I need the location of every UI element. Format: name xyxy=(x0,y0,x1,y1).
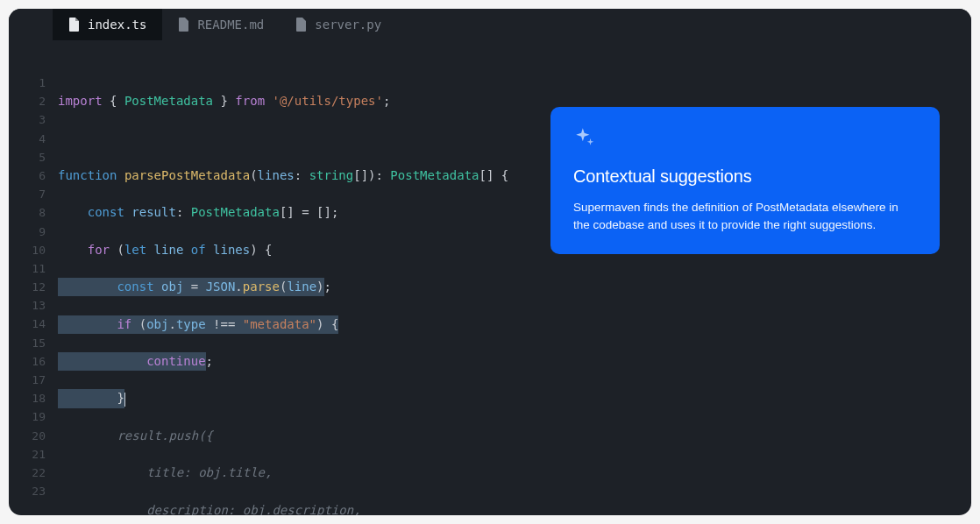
line-number-gutter: 1 2 3 4 5 6 7 8 9 10 11 12 13 14 15 16 1… xyxy=(9,74,58,515)
line-number: 1 xyxy=(9,74,46,92)
line-number: 18 xyxy=(9,389,46,407)
file-icon xyxy=(68,18,81,32)
line-number: 13 xyxy=(9,296,46,315)
line-number: 15 xyxy=(9,334,46,352)
code-line: } xyxy=(58,389,971,407)
cursor-icon xyxy=(124,393,126,407)
line-number: 3 xyxy=(9,110,46,129)
editor-window: index.ts README.md server.py 1 2 3 4 5 6… xyxy=(9,9,971,515)
code-line: if (obj.type !== "metadata") { xyxy=(58,315,971,334)
line-number: 22 xyxy=(9,464,46,482)
editor-area[interactable]: 1 2 3 4 5 6 7 8 9 10 11 12 13 14 15 16 1… xyxy=(9,40,971,515)
line-number: 9 xyxy=(9,223,46,241)
line-number: 4 xyxy=(9,130,46,148)
line-number: 11 xyxy=(9,259,46,278)
code-line: title: obj.title, xyxy=(58,464,971,482)
line-number: 7 xyxy=(9,185,46,203)
line-number: 23 xyxy=(9,482,46,500)
line-number: 8 xyxy=(9,203,46,222)
file-icon xyxy=(178,18,190,32)
tab-label: server.py xyxy=(315,18,381,32)
tab-server-py[interactable]: server.py xyxy=(280,9,397,40)
tooltip-title: Contextual suggestions xyxy=(573,166,917,187)
line-number: 10 xyxy=(9,241,46,259)
tab-index-ts[interactable]: index.ts xyxy=(53,9,162,40)
line-number: 20 xyxy=(9,427,46,445)
tooltip-body: Supermaven finds the definition of PostM… xyxy=(573,199,917,233)
line-number: 21 xyxy=(9,445,46,464)
line-number: 19 xyxy=(9,407,46,426)
line-number: 12 xyxy=(9,278,46,296)
suggestion-tooltip: Contextual suggestions Supermaven finds … xyxy=(550,107,940,254)
code-line: result.push({ xyxy=(58,427,971,445)
code-line: continue; xyxy=(58,352,971,371)
line-number: 17 xyxy=(9,371,46,389)
line-number: 14 xyxy=(9,315,46,333)
tab-label: index.ts xyxy=(88,18,146,32)
tab-label: README.md xyxy=(197,18,264,32)
code-line: description: obj.description, xyxy=(58,501,971,516)
line-number: 16 xyxy=(9,352,46,371)
tabs-bar: index.ts README.md server.py xyxy=(9,9,971,40)
code-line: const obj = JSON.parse(line); xyxy=(58,278,971,296)
line-number: 5 xyxy=(9,148,46,166)
tab-readme-md[interactable]: README.md xyxy=(162,9,280,40)
line-number: 2 xyxy=(9,92,46,110)
line-number: 6 xyxy=(9,166,46,185)
sparkle-icon xyxy=(573,126,596,149)
file-icon xyxy=(295,18,308,32)
